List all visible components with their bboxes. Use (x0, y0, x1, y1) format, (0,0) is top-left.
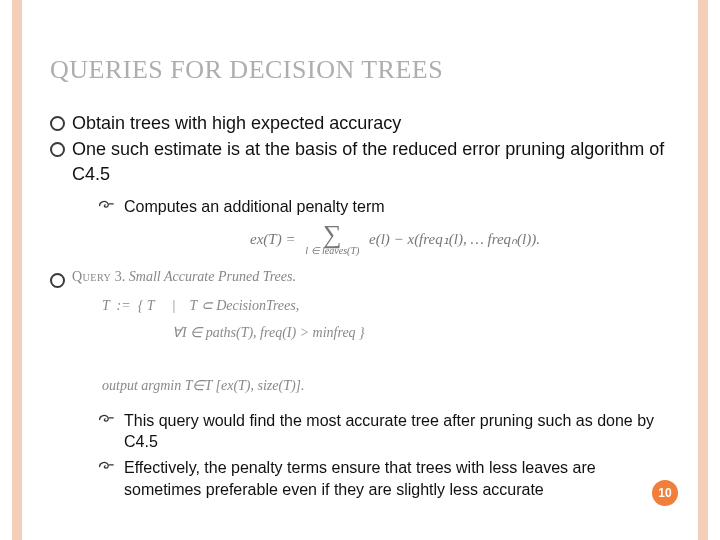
formula-lhs: ex(T) = (250, 231, 296, 247)
page-number-text: 10 (658, 486, 671, 500)
query-line-2: ∀I ∈ paths(T), freq(I) > minfreq } (102, 325, 365, 340)
formula-rhs: e(l) − x(freq₁(l), … freqₙ(l)). (369, 231, 540, 247)
query-line-3: output argmin T∈T [ex(T), size(T)]. (102, 378, 305, 393)
bullet-reduced-error: One such estimate is at the basis of the… (50, 137, 670, 217)
bullet-query-block: Query 3. Small Accurate Pruned Trees. T … (50, 268, 670, 500)
bullet-list-level1: Obtain trees with high expected accuracy… (50, 111, 670, 217)
bullet-list-level2: Computes an additional penalty term (72, 196, 670, 218)
bullet-text: Obtain trees with high expected accuracy (72, 113, 401, 133)
subbullet-text: Computes an additional penalty term (124, 198, 385, 215)
query-label: Query (72, 269, 111, 284)
slide-title: QUERIES FOR DECISION TREES (50, 55, 670, 85)
query-3-block: Query 3. Small Accurate Pruned Trees. T … (72, 268, 670, 399)
summation-symbol: ∑ l ∈ leaves(T) (305, 225, 359, 256)
bullet-text: One such estimate is at the basis of the… (72, 139, 664, 183)
query-line-1: T := { T | T ⊂ DecisionTrees, (102, 298, 299, 313)
bullet-obtain-trees: Obtain trees with high expected accuracy (50, 111, 670, 135)
subbullet-text: This query would find the most accurate … (124, 412, 654, 451)
query-3-heading: Query 3. Small Accurate Pruned Trees. (72, 268, 670, 287)
subbullet-text: Effectively, the penalty terms ensure th… (124, 459, 596, 498)
subbullet-penalty-term: Computes an additional penalty term (98, 196, 670, 218)
summation-sub: l ∈ leaves(T) (305, 246, 359, 256)
formula-content: ex(T) = ∑ l ∈ leaves(T) e(l) − x(freq₁(l… (250, 225, 540, 256)
subbullet-find-accurate: This query would find the most accurate … (98, 410, 670, 453)
bullet-list-level2-b: This query would find the most accurate … (72, 410, 670, 500)
formula-ex-t: ex(T) = ∑ l ∈ leaves(T) e(l) − x(freq₁(l… (50, 225, 670, 256)
subbullet-penalty-preferable: Effectively, the penalty terms ensure th… (98, 457, 670, 500)
slide-frame: QUERIES FOR DECISION TREES Obtain trees … (12, 0, 708, 540)
page-number-badge: 10 (652, 480, 678, 506)
bullet-list-level1-b: Query 3. Small Accurate Pruned Trees. T … (50, 268, 670, 500)
query-number: 3. (115, 269, 126, 284)
query-subtitle: Small Accurate Pruned Trees. (129, 269, 296, 284)
query-3-math: T := { T | T ⊂ DecisionTrees, ∀I ∈ paths… (72, 293, 670, 399)
